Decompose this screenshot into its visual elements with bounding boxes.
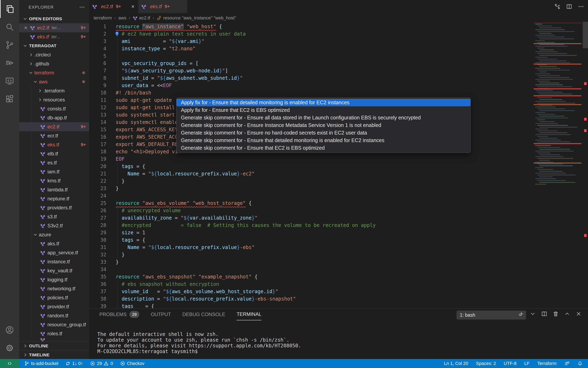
cursor-position[interactable]: Ln 1, Col 20 — [444, 361, 468, 366]
new-terminal-icon[interactable] — [518, 311, 525, 317]
context-menu-item[interactable]: Apply fix for - Ensure that detailed mon… — [176, 99, 470, 106]
tree-file-es.tf[interactable]: es.tf — [19, 158, 89, 167]
close-icon[interactable] — [23, 25, 28, 30]
more-actions-icon[interactable] — [79, 4, 85, 10]
terminal-shell-select[interactable]: 1: bash — [457, 311, 526, 320]
context-menu-item[interactable]: Generate skip comment for - Ensure all d… — [176, 114, 470, 121]
split-editor-icon[interactable] — [566, 3, 572, 10]
panel-tab-debug-console[interactable]: DEBUG CONSOLE — [182, 309, 225, 320]
tree-folder-.terraform[interactable]: .terraform — [19, 86, 89, 95]
tree-file-networking.tf[interactable]: networking.tf — [19, 284, 89, 293]
source-control-activity-button[interactable] — [0, 36, 19, 54]
tree-folder-.circleci[interactable]: .circleci — [19, 50, 89, 59]
maximize-panel-icon[interactable] — [564, 311, 570, 317]
code-line-30[interactable]: 30 tags = { — [89, 236, 534, 244]
code-line-26[interactable]: 26 # unencrypted volume — [89, 207, 534, 214]
code-line-24[interactable]: 24 — [89, 192, 534, 200]
scrollbar-thumb[interactable] — [583, 22, 588, 48]
explorer-activity-button[interactable] — [0, 0, 19, 18]
tree-file-iam.tf[interactable]: iam.tf — [19, 167, 89, 176]
tree-file-db-app.tf[interactable]: db-app.tf — [19, 113, 89, 122]
code-line-38[interactable]: 38 description = "${local.resource_prefi… — [89, 295, 534, 303]
code-line-21[interactable]: 21 Name = "${local.resource_prefix.value… — [89, 170, 534, 177]
tree-file-neptune.tf[interactable]: neptune.tf — [19, 194, 89, 203]
tree-folder-terraform[interactable]: terraform — [19, 68, 89, 77]
tree-file-aks.tf[interactable]: aks.tf — [19, 239, 89, 248]
tree-folder-azure[interactable]: azure — [19, 230, 89, 239]
open-editors-header[interactable]: OPEN EDITORS — [19, 14, 89, 23]
tree-file-providers.tf[interactable]: providers.tf — [19, 203, 89, 212]
eol[interactable]: LF — [524, 361, 530, 366]
code-line-27[interactable]: 27 availability_zone = "${var.availabili… — [89, 214, 534, 222]
git-branch-status[interactable]: ts-add-bucket — [24, 361, 58, 366]
tree-file-clipped[interactable] — [19, 338, 89, 341]
code-line-10[interactable]: 10#! /bin/bash — [89, 89, 534, 96]
remote-indicator[interactable] — [0, 359, 19, 368]
tree-file-logging.tf[interactable]: logging.tf — [19, 275, 89, 284]
tree-file-lambda.tf[interactable]: lambda.tf — [19, 185, 89, 194]
panel-tab-output[interactable]: OUTPUT — [151, 309, 171, 320]
tree-file-ecr.tf[interactable]: ecr.tf — [19, 131, 89, 140]
tree-file-kms.tf[interactable]: kms.tf — [19, 176, 89, 185]
kill-terminal-icon[interactable] — [552, 311, 559, 317]
feedback-status[interactable] — [564, 361, 570, 366]
remote-explorer-activity-button[interactable] — [0, 72, 19, 90]
code-line-9[interactable]: 9 user_data = <<EOF — [89, 82, 534, 89]
outline-section-header[interactable]: OUTLINE — [19, 341, 89, 350]
terminal-dropdown-icon[interactable] — [530, 311, 536, 317]
breadcrumb-item[interactable]: ec2.tf — [133, 15, 150, 21]
code-line-34[interactable]: 34 — [89, 266, 534, 273]
code-line-33[interactable]: 33} — [89, 258, 534, 266]
context-menu-item[interactable]: Apply fix for - Ensure that EC2 is EBS o… — [176, 106, 470, 114]
overview-ruler[interactable] — [583, 23, 588, 308]
close-icon[interactable] — [130, 4, 135, 9]
code-line-28[interactable]: 28 #encrypted = false # Setting this cau… — [89, 222, 534, 229]
encoding[interactable]: UTF-8 — [504, 361, 516, 366]
tree-file-random.tf[interactable]: random.tf — [19, 311, 89, 320]
tree-file-resource_group.tf[interactable]: resource_group.tf — [19, 320, 89, 329]
notifications-status[interactable] — [577, 361, 583, 366]
code-line-20[interactable]: 20 tags = { — [89, 163, 534, 170]
project-section-header[interactable]: TERRAGOAT — [19, 41, 89, 50]
tree-file-app_service.tf[interactable]: app_service.tf — [19, 248, 89, 257]
panel-tab-terminal[interactable]: TERMINAL — [237, 309, 261, 320]
tree-file-ec2.tf[interactable]: ec2.tf9+ — [19, 122, 89, 131]
tree-folder-aws[interactable]: aws — [19, 77, 89, 86]
code-line-35[interactable]: 35resource "aws_ebs_snapshot" "example_s… — [89, 273, 534, 280]
timeline-section-header[interactable]: TIMELINE — [19, 350, 89, 359]
code-line-39[interactable]: 39 tags = { — [89, 303, 534, 308]
code-line-5[interactable]: 5 — [89, 52, 534, 60]
compare-changes-icon[interactable] — [554, 3, 560, 10]
context-menu-item[interactable]: Generate skip comment for - Ensure that … — [176, 137, 470, 144]
breadcrumb-item[interactable]: resource "aws_instance" "web_host" — [156, 15, 236, 21]
context-menu-item[interactable]: Generate skip comment for - Ensure Insta… — [176, 121, 470, 129]
code-line-23[interactable]: 23} — [89, 185, 534, 192]
tree-file-provider.tf[interactable]: provider.tf — [19, 302, 89, 311]
code-line-37[interactable]: 37 volume_id = "${aws_ebs_volume.web_hos… — [89, 288, 534, 295]
tree-file-policies.tf[interactable]: policies.tf — [19, 293, 89, 302]
code-line-8[interactable]: 8 subnet_id = "${aws_subnet.web_subnet.i… — [89, 74, 534, 82]
code-line-6[interactable]: 6 vpc_security_group_ids = [ — [89, 60, 534, 67]
code-line-2[interactable]: 2 # ec2 have plain text secrets in user … — [89, 30, 534, 38]
lightbulb-icon[interactable] — [114, 31, 120, 37]
tree-file-elb.tf[interactable]: elb.tf — [19, 149, 89, 158]
code-line-31[interactable]: 31 Name = "${local.resource_prefix.value… — [89, 244, 534, 251]
settings-gear-button[interactable] — [0, 339, 19, 357]
tab-eks.tf[interactable]: eks.tf9+ — [138, 0, 187, 13]
tree-file-instance.tf[interactable]: instance.tf — [19, 257, 89, 266]
tab-ec2.tf[interactable]: ec2.tf9+ — [89, 0, 138, 13]
checkov-status[interactable]: Checkov — [120, 361, 145, 366]
split-terminal-icon[interactable] — [541, 311, 548, 317]
tree-file-S3v2.tf[interactable]: S3v2.tf — [19, 221, 89, 230]
code-line-4[interactable]: 4 instance_type = "t2.nano" — [89, 45, 534, 52]
breadcrumb-item[interactable]: terraform — [94, 15, 112, 21]
open-editor-item[interactable]: eks.tfter...9+ — [19, 32, 89, 41]
tree-file-key_vault.tf[interactable]: key_vault.tf — [19, 266, 89, 275]
extensions-activity-button[interactable] — [0, 90, 19, 108]
tree-folder-resources[interactable]: resources — [19, 95, 89, 104]
code-editor[interactable]: 1resource "aws_instance" "web_host" {2 #… — [89, 23, 534, 308]
indentation[interactable]: Spaces: 2 — [476, 361, 496, 366]
code-line-19[interactable]: 19EOF — [89, 155, 534, 163]
problems-status[interactable]: 290 — [90, 361, 113, 366]
more-actions-icon[interactable] — [578, 3, 584, 10]
